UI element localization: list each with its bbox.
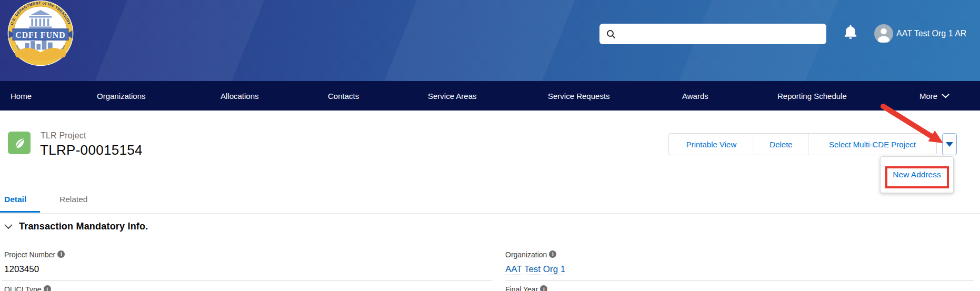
info-icon[interactable]: i [44,285,51,291]
tab-detail[interactable]: Detail [4,195,26,204]
field-underline [2,280,492,281]
project-number-label: Project Number i [4,250,65,259]
nav-item-service-requests[interactable]: Service Requests [548,81,610,111]
section-transaction-mandatory-info[interactable]: Transaction Mandatory Info. [4,221,148,232]
entity-label: TLR Project [41,131,86,141]
tlr-project-record-icon [8,132,31,154]
tab-bar-divider [0,213,980,214]
global-header: U.S. DEPARTMENT of the TREASURY Communit… [0,0,980,81]
info-icon[interactable]: i [57,250,65,258]
global-search-box [599,24,826,44]
cdfi-fund-logo: U.S. DEPARTMENT of the TREASURY Communit… [7,0,74,68]
tab-related[interactable]: Related [59,195,87,204]
actions-dropdown-menu: New Address [880,156,954,193]
field-underline [505,280,974,281]
select-multi-cde-project-button[interactable]: Select Multi-CDE Project [808,133,937,155]
delete-button[interactable]: Delete [754,133,808,155]
nav-item-reporting-schedule[interactable]: Reporting Schedule [777,81,847,111]
nav-item-service-areas[interactable]: Service Areas [428,81,477,111]
notifications-bell-button[interactable] [842,24,859,42]
chevron-down-icon [942,94,949,98]
nav-item-organizations[interactable]: Organizations [97,81,146,111]
user-avatar-icon [874,24,893,43]
organization-value: AAT Test Org 1 [505,264,565,275]
chevron-down-icon [4,224,13,229]
nav-item-contacts[interactable]: Contacts [328,81,359,111]
section-title: Transaction Mandatory Info. [19,221,148,232]
user-avatar[interactable] [874,24,893,43]
nav-item-allocations[interactable]: Allocations [221,81,259,111]
logo-banner: CDFI FUND [9,29,73,40]
leaf-record-icon [12,135,27,151]
organization-label: Organization i [505,250,556,259]
header-stripe [379,0,579,81]
app-window: U.S. DEPARTMENT of the TREASURY Communit… [0,0,980,291]
organization-link[interactable]: AAT Test Org 1 [505,264,565,275]
header-stripe [89,0,269,81]
notifications-bell-icon [843,24,858,41]
search-input[interactable] [621,24,826,44]
project-number-value: 1203450 [4,264,39,275]
search-icon [606,29,616,39]
page-title-record-name: TLRP-00015154 [40,142,143,158]
dropdown-caret-icon [946,142,953,147]
menu-item-new-address[interactable]: New Address [893,170,941,179]
qlici-type-label: QLICI Type i [4,285,51,291]
active-tab-underline [0,211,40,213]
nav-item-awards[interactable]: Awards [682,81,708,111]
printable-view-button[interactable]: Printable View [668,133,754,155]
actions-dropdown-button[interactable] [942,133,957,155]
user-name[interactable]: AAT Test Org 1 AR [896,29,966,38]
info-icon[interactable]: i [540,285,547,291]
nav-item-more[interactable]: More [919,81,949,111]
primary-navbar: Home Organizations Allocations Contacts … [0,81,980,111]
final-year-label: Final Year i [505,285,547,291]
logo-banner-text: CDFI FUND [15,31,65,39]
nav-item-home[interactable]: Home [11,81,32,111]
info-icon[interactable]: i [549,250,556,258]
